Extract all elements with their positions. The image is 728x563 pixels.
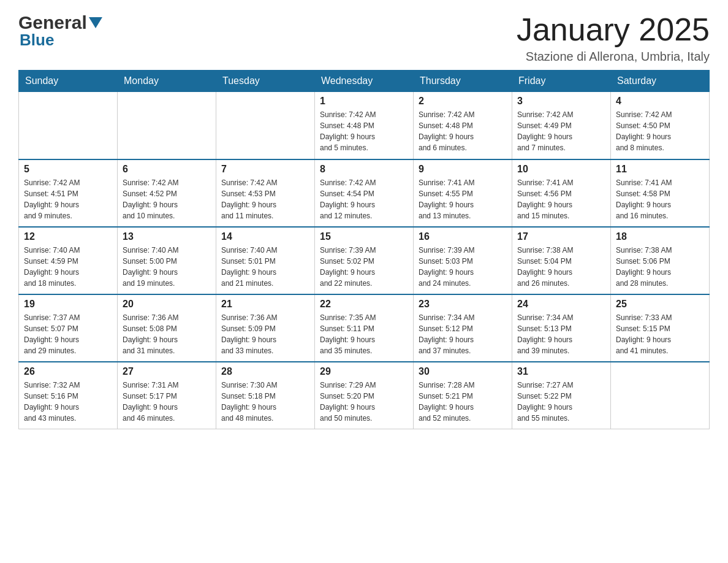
table-row: 8Sunrise: 7:42 AM Sunset: 4:54 PM Daylig… xyxy=(315,159,414,227)
day-info: Sunrise: 7:34 AM Sunset: 5:13 PM Dayligh… xyxy=(517,312,605,356)
day-info: Sunrise: 7:29 AM Sunset: 5:20 PM Dayligh… xyxy=(320,380,408,424)
table-row: 1Sunrise: 7:42 AM Sunset: 4:48 PM Daylig… xyxy=(315,92,414,159)
day-number: 23 xyxy=(419,299,507,310)
day-info: Sunrise: 7:42 AM Sunset: 4:48 PM Dayligh… xyxy=(320,109,408,153)
table-row: 16Sunrise: 7:39 AM Sunset: 5:03 PM Dayli… xyxy=(414,227,512,294)
month-title: January 2025 xyxy=(517,12,710,47)
col-wednesday: Wednesday xyxy=(315,71,414,92)
logo-general-text: General xyxy=(18,12,87,33)
table-row: 30Sunrise: 7:28 AM Sunset: 5:21 PM Dayli… xyxy=(414,362,512,429)
day-info: Sunrise: 7:42 AM Sunset: 4:54 PM Dayligh… xyxy=(320,177,408,221)
day-number: 6 xyxy=(123,164,211,175)
day-info: Sunrise: 7:36 AM Sunset: 5:09 PM Dayligh… xyxy=(221,312,309,356)
day-number: 2 xyxy=(419,96,507,107)
day-info: Sunrise: 7:28 AM Sunset: 5:21 PM Dayligh… xyxy=(419,380,507,424)
logo-blue-text: Blue xyxy=(20,31,54,50)
day-info: Sunrise: 7:27 AM Sunset: 5:22 PM Dayligh… xyxy=(517,380,605,424)
col-friday: Friday xyxy=(512,71,611,92)
day-info: Sunrise: 7:38 AM Sunset: 5:06 PM Dayligh… xyxy=(616,245,704,289)
day-number: 24 xyxy=(517,299,605,310)
calendar-header-row: Sunday Monday Tuesday Wednesday Thursday… xyxy=(19,71,710,92)
table-row: 15Sunrise: 7:39 AM Sunset: 5:02 PM Dayli… xyxy=(315,227,414,294)
table-row: 29Sunrise: 7:29 AM Sunset: 5:20 PM Dayli… xyxy=(315,362,414,429)
day-info: Sunrise: 7:42 AM Sunset: 4:53 PM Dayligh… xyxy=(221,177,309,221)
day-number: 30 xyxy=(419,366,507,377)
day-number: 16 xyxy=(419,231,507,242)
day-number: 7 xyxy=(221,164,309,175)
col-saturday: Saturday xyxy=(611,71,710,92)
table-row: 6Sunrise: 7:42 AM Sunset: 4:52 PM Daylig… xyxy=(118,159,216,227)
day-info: Sunrise: 7:42 AM Sunset: 4:50 PM Dayligh… xyxy=(616,109,704,153)
day-number: 13 xyxy=(123,231,211,242)
table-row: 25Sunrise: 7:33 AM Sunset: 5:15 PM Dayli… xyxy=(611,294,710,362)
day-info: Sunrise: 7:34 AM Sunset: 5:12 PM Dayligh… xyxy=(419,312,507,356)
table-row: 7Sunrise: 7:42 AM Sunset: 4:53 PM Daylig… xyxy=(216,159,315,227)
day-number: 11 xyxy=(616,164,704,175)
table-row: 17Sunrise: 7:38 AM Sunset: 5:04 PM Dayli… xyxy=(512,227,611,294)
day-info: Sunrise: 7:39 AM Sunset: 5:03 PM Dayligh… xyxy=(419,245,507,289)
table-row: 28Sunrise: 7:30 AM Sunset: 5:18 PM Dayli… xyxy=(216,362,315,429)
day-info: Sunrise: 7:36 AM Sunset: 5:08 PM Dayligh… xyxy=(123,312,211,356)
calendar-table: Sunday Monday Tuesday Wednesday Thursday… xyxy=(18,70,710,429)
day-number: 5 xyxy=(24,164,112,175)
table-row: 31Sunrise: 7:27 AM Sunset: 5:22 PM Dayli… xyxy=(512,362,611,429)
page-header: General Blue January 2025 Stazione di Al… xyxy=(18,12,710,64)
day-number: 29 xyxy=(320,366,408,377)
table-row: 2Sunrise: 7:42 AM Sunset: 4:48 PM Daylig… xyxy=(414,92,512,159)
day-number: 28 xyxy=(221,366,309,377)
table-row: 5Sunrise: 7:42 AM Sunset: 4:51 PM Daylig… xyxy=(19,159,118,227)
day-info: Sunrise: 7:41 AM Sunset: 4:58 PM Dayligh… xyxy=(616,177,704,221)
day-info: Sunrise: 7:42 AM Sunset: 4:52 PM Dayligh… xyxy=(123,177,211,221)
day-number: 12 xyxy=(24,231,112,242)
day-info: Sunrise: 7:42 AM Sunset: 4:49 PM Dayligh… xyxy=(517,109,605,153)
calendar-week-row: 19Sunrise: 7:37 AM Sunset: 5:07 PM Dayli… xyxy=(19,294,710,362)
col-thursday: Thursday xyxy=(414,71,512,92)
day-number: 25 xyxy=(616,299,704,310)
table-row xyxy=(611,362,710,429)
day-info: Sunrise: 7:40 AM Sunset: 4:59 PM Dayligh… xyxy=(24,245,112,289)
title-section: January 2025 Stazione di Allerona, Umbri… xyxy=(517,12,710,64)
day-info: Sunrise: 7:40 AM Sunset: 5:00 PM Dayligh… xyxy=(123,245,211,289)
day-number: 1 xyxy=(320,96,408,107)
day-number: 3 xyxy=(517,96,605,107)
table-row: 4Sunrise: 7:42 AM Sunset: 4:50 PM Daylig… xyxy=(611,92,710,159)
table-row: 14Sunrise: 7:40 AM Sunset: 5:01 PM Dayli… xyxy=(216,227,315,294)
day-number: 10 xyxy=(517,164,605,175)
day-number: 26 xyxy=(24,366,112,377)
table-row xyxy=(19,92,118,159)
day-number: 18 xyxy=(616,231,704,242)
table-row xyxy=(216,92,315,159)
day-number: 15 xyxy=(320,231,408,242)
table-row: 10Sunrise: 7:41 AM Sunset: 4:56 PM Dayli… xyxy=(512,159,611,227)
day-number: 8 xyxy=(320,164,408,175)
table-row: 24Sunrise: 7:34 AM Sunset: 5:13 PM Dayli… xyxy=(512,294,611,362)
day-number: 14 xyxy=(221,231,309,242)
table-row: 23Sunrise: 7:34 AM Sunset: 5:12 PM Dayli… xyxy=(414,294,512,362)
calendar-week-row: 1Sunrise: 7:42 AM Sunset: 4:48 PM Daylig… xyxy=(19,92,710,159)
logo-triangle-icon xyxy=(89,17,102,28)
day-info: Sunrise: 7:39 AM Sunset: 5:02 PM Dayligh… xyxy=(320,245,408,289)
day-number: 9 xyxy=(419,164,507,175)
calendar-week-row: 12Sunrise: 7:40 AM Sunset: 4:59 PM Dayli… xyxy=(19,227,710,294)
day-info: Sunrise: 7:32 AM Sunset: 5:16 PM Dayligh… xyxy=(24,380,112,424)
day-number: 27 xyxy=(123,366,211,377)
day-info: Sunrise: 7:35 AM Sunset: 5:11 PM Dayligh… xyxy=(320,312,408,356)
day-number: 17 xyxy=(517,231,605,242)
calendar-week-row: 5Sunrise: 7:42 AM Sunset: 4:51 PM Daylig… xyxy=(19,159,710,227)
svg-marker-0 xyxy=(89,17,102,28)
day-info: Sunrise: 7:42 AM Sunset: 4:48 PM Dayligh… xyxy=(419,109,507,153)
table-row: 19Sunrise: 7:37 AM Sunset: 5:07 PM Dayli… xyxy=(19,294,118,362)
table-row: 22Sunrise: 7:35 AM Sunset: 5:11 PM Dayli… xyxy=(315,294,414,362)
day-number: 20 xyxy=(123,299,211,310)
day-number: 19 xyxy=(24,299,112,310)
day-info: Sunrise: 7:30 AM Sunset: 5:18 PM Dayligh… xyxy=(221,380,309,424)
col-tuesday: Tuesday xyxy=(216,71,315,92)
day-info: Sunrise: 7:38 AM Sunset: 5:04 PM Dayligh… xyxy=(517,245,605,289)
table-row xyxy=(118,92,216,159)
table-row: 11Sunrise: 7:41 AM Sunset: 4:58 PM Dayli… xyxy=(611,159,710,227)
table-row: 18Sunrise: 7:38 AM Sunset: 5:06 PM Dayli… xyxy=(611,227,710,294)
day-info: Sunrise: 7:40 AM Sunset: 5:01 PM Dayligh… xyxy=(221,245,309,289)
col-sunday: Sunday xyxy=(19,71,118,92)
table-row: 12Sunrise: 7:40 AM Sunset: 4:59 PM Dayli… xyxy=(19,227,118,294)
day-number: 31 xyxy=(517,366,605,377)
